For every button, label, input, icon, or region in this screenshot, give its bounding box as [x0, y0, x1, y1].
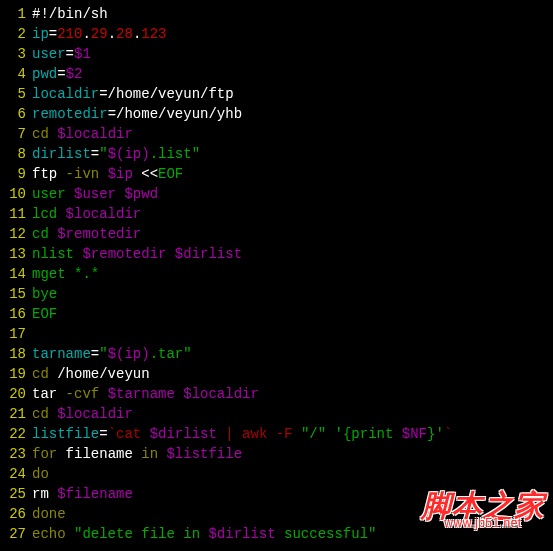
- token: .: [82, 26, 90, 42]
- token: -F: [276, 426, 293, 442]
- code-line[interactable]: 11lcd $localdir: [0, 204, 553, 224]
- token: listfile: [32, 426, 99, 442]
- code-content[interactable]: tar -cvf $tarname $localdir: [32, 384, 259, 404]
- token: ": [99, 146, 107, 162]
- token: cd: [32, 226, 57, 242]
- code-content[interactable]: for filename in $listfile: [32, 444, 242, 464]
- token: $user: [74, 186, 116, 202]
- token: done: [32, 506, 66, 522]
- code-line[interactable]: 21cd $localdir: [0, 404, 553, 424]
- line-number: 9: [0, 164, 32, 184]
- token: ip: [32, 26, 49, 42]
- code-line[interactable]: 7cd $localdir: [0, 124, 553, 144]
- code-line[interactable]: 10user $user $pwd: [0, 184, 553, 204]
- code-line[interactable]: 25rm $filename: [0, 484, 553, 504]
- token: =/home/veyun/yhb: [108, 106, 242, 122]
- token: $(ip): [108, 146, 150, 162]
- code-line[interactable]: 16EOF: [0, 304, 553, 324]
- token: $pwd: [124, 186, 158, 202]
- token: $dirlist: [208, 526, 275, 542]
- token: $2: [66, 66, 83, 82]
- token: [293, 426, 301, 442]
- code-line[interactable]: 1#!/bin/sh: [0, 4, 553, 24]
- token: for: [32, 446, 57, 462]
- token: 210: [57, 26, 82, 42]
- code-content[interactable]: rm $filename: [32, 484, 133, 504]
- code-line[interactable]: 12cd $remotedir: [0, 224, 553, 244]
- token: [66, 526, 74, 542]
- token: [99, 166, 107, 182]
- code-content[interactable]: user $user $pwd: [32, 184, 158, 204]
- code-content[interactable]: cd /home/veyun: [32, 364, 150, 384]
- code-content[interactable]: ftp -ivn $ip <<EOF: [32, 164, 183, 184]
- token: =: [57, 66, 65, 82]
- code-line[interactable]: 2ip=210.29.28.123: [0, 24, 553, 44]
- token: [166, 246, 174, 262]
- token: [326, 426, 334, 442]
- token: cat: [116, 426, 150, 442]
- code-content[interactable]: lcd $localdir: [32, 204, 141, 224]
- code-line[interactable]: 3user=$1: [0, 44, 553, 64]
- code-content[interactable]: pwd=$2: [32, 64, 82, 84]
- code-content[interactable]: dirlist="$(ip).list": [32, 144, 200, 164]
- line-number: 15: [0, 284, 32, 304]
- code-content[interactable]: EOF: [32, 304, 57, 324]
- code-line[interactable]: 17: [0, 324, 553, 344]
- code-line[interactable]: 22listfile=`cat $dirlist | awk -F "/" '{…: [0, 424, 553, 444]
- code-content[interactable]: remotedir=/home/veyun/yhb: [32, 104, 242, 124]
- line-number: 24: [0, 464, 32, 484]
- code-line[interactable]: 6remotedir=/home/veyun/yhb: [0, 104, 553, 124]
- code-content[interactable]: do: [32, 464, 49, 484]
- code-line[interactable]: 9ftp -ivn $ip <<EOF: [0, 164, 553, 184]
- code-content[interactable]: cd $localdir: [32, 124, 133, 144]
- code-content[interactable]: tarname="$(ip).tar": [32, 344, 192, 364]
- code-content[interactable]: user=$1: [32, 44, 91, 64]
- token: =/home/veyun/ftp: [99, 86, 233, 102]
- token: bye: [32, 286, 57, 302]
- line-number: 8: [0, 144, 32, 164]
- line-number: 12: [0, 224, 32, 244]
- token: dirlist: [32, 146, 91, 162]
- code-line[interactable]: 26done: [0, 504, 553, 524]
- token: `: [108, 426, 116, 442]
- code-content[interactable]: bye: [32, 284, 57, 304]
- code-content[interactable]: done: [32, 504, 66, 524]
- token: $remotedir: [82, 246, 166, 262]
- code-content[interactable]: mget *.*: [32, 264, 99, 284]
- line-number: 17: [0, 324, 32, 344]
- code-line[interactable]: 8dirlist="$(ip).list": [0, 144, 553, 164]
- token: -cvf: [66, 386, 100, 402]
- code-content[interactable]: echo "delete file in $dirlist successful…: [32, 524, 376, 544]
- code-content[interactable]: ip=210.29.28.123: [32, 24, 167, 44]
- code-line[interactable]: 5localdir=/home/veyun/ftp: [0, 84, 553, 104]
- token: remotedir: [32, 106, 108, 122]
- code-line[interactable]: 18tarname="$(ip).tar": [0, 344, 553, 364]
- code-line[interactable]: 24do: [0, 464, 553, 484]
- line-number: 1: [0, 4, 32, 24]
- code-line[interactable]: 19cd /home/veyun: [0, 364, 553, 384]
- code-editor[interactable]: 1#!/bin/sh2ip=210.29.28.1233user=$14pwd=…: [0, 0, 553, 548]
- line-number: 13: [0, 244, 32, 264]
- code-content[interactable]: listfile=`cat $dirlist | awk -F "/" '{pr…: [32, 424, 452, 444]
- token: $filename: [57, 486, 133, 502]
- code-line[interactable]: 15bye: [0, 284, 553, 304]
- line-number: 2: [0, 24, 32, 44]
- code-content[interactable]: cd $localdir: [32, 404, 133, 424]
- code-content[interactable]: nlist $remotedir $dirlist: [32, 244, 242, 264]
- code-line[interactable]: 23for filename in $listfile: [0, 444, 553, 464]
- code-line[interactable]: 27echo "delete file in $dirlist successf…: [0, 524, 553, 544]
- code-content[interactable]: localdir=/home/veyun/ftp: [32, 84, 234, 104]
- code-line[interactable]: 13nlist $remotedir $dirlist: [0, 244, 553, 264]
- code-content[interactable]: cd $remotedir: [32, 224, 141, 244]
- token: $localdir: [183, 386, 259, 402]
- token: awk: [242, 426, 267, 442]
- code-line[interactable]: 20tar -cvf $tarname $localdir: [0, 384, 553, 404]
- code-line[interactable]: 4pwd=$2: [0, 64, 553, 84]
- code-content[interactable]: #!/bin/sh: [32, 4, 108, 24]
- code-line[interactable]: 14mget *.*: [0, 264, 553, 284]
- token: 123: [141, 26, 166, 42]
- line-number: 22: [0, 424, 32, 444]
- token: |: [217, 426, 242, 442]
- token: mget *.*: [32, 266, 99, 282]
- token: user: [32, 186, 74, 202]
